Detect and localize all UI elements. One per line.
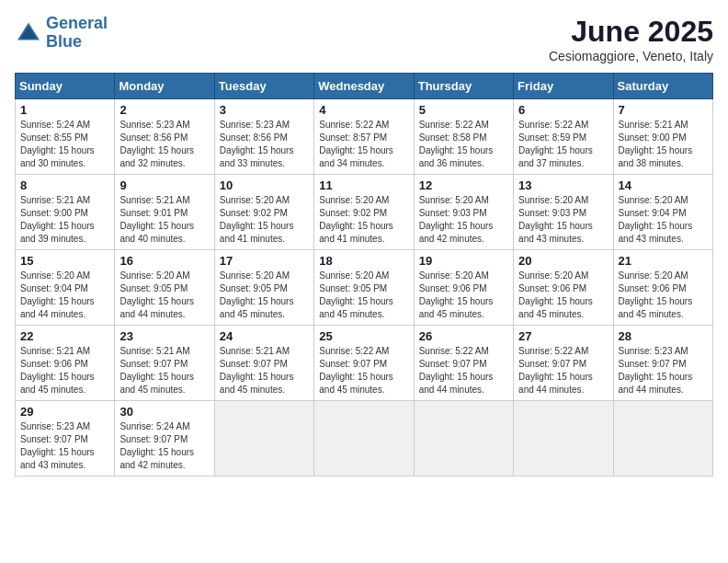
day-cell-25: 25Sunrise: 5:22 AM Sunset: 9:07 PM Dayli…	[314, 326, 414, 401]
day-cell-29: 29Sunrise: 5:23 AM Sunset: 9:07 PM Dayli…	[16, 401, 115, 477]
empty-cell	[314, 401, 414, 477]
day-cell-28: 28Sunrise: 5:23 AM Sunset: 9:07 PM Dayli…	[613, 326, 712, 401]
day-info: Sunrise: 5:20 AM Sunset: 9:06 PM Dayligh…	[518, 270, 608, 321]
day-info: Sunrise: 5:23 AM Sunset: 9:07 PM Dayligh…	[619, 345, 708, 396]
day-info: Sunrise: 5:21 AM Sunset: 9:06 PM Dayligh…	[20, 345, 109, 396]
day-number: 8	[20, 178, 109, 192]
day-cell-2: 2Sunrise: 5:23 AM Sunset: 8:56 PM Daylig…	[115, 99, 214, 175]
day-info: Sunrise: 5:22 AM Sunset: 8:59 PM Dayligh…	[518, 119, 608, 170]
weekday-header-wednesday: Wednesday	[314, 74, 414, 99]
day-info: Sunrise: 5:23 AM Sunset: 8:56 PM Dayligh…	[119, 119, 209, 170]
day-info: Sunrise: 5:20 AM Sunset: 9:02 PM Dayligh…	[220, 194, 309, 246]
logo: General Blue	[15, 15, 108, 52]
logo-icon	[15, 19, 42, 47]
day-info: Sunrise: 5:20 AM Sunset: 9:06 PM Dayligh…	[619, 270, 708, 321]
day-number: 15	[20, 254, 109, 268]
day-info: Sunrise: 5:24 AM Sunset: 8:55 PM Dayligh…	[20, 119, 109, 170]
day-info: Sunrise: 5:20 AM Sunset: 9:04 PM Dayligh…	[619, 194, 708, 246]
day-number: 26	[419, 329, 508, 343]
day-info: Sunrise: 5:23 AM Sunset: 9:07 PM Dayligh…	[20, 420, 109, 472]
day-number: 11	[319, 178, 408, 192]
day-cell-5: 5Sunrise: 5:22 AM Sunset: 8:58 PM Daylig…	[414, 99, 513, 175]
day-number: 19	[419, 254, 508, 268]
day-info: Sunrise: 5:22 AM Sunset: 8:57 PM Dayligh…	[319, 119, 408, 170]
day-number: 9	[119, 178, 209, 192]
day-cell-21: 21Sunrise: 5:20 AM Sunset: 9:06 PM Dayli…	[613, 250, 712, 326]
day-info: Sunrise: 5:21 AM Sunset: 9:01 PM Dayligh…	[119, 194, 209, 246]
day-info: Sunrise: 5:20 AM Sunset: 9:06 PM Dayligh…	[419, 270, 508, 321]
week-row-2: 8Sunrise: 5:21 AM Sunset: 9:00 PM Daylig…	[16, 175, 713, 250]
day-info: Sunrise: 5:23 AM Sunset: 8:56 PM Dayligh…	[220, 119, 309, 170]
day-cell-27: 27Sunrise: 5:22 AM Sunset: 9:07 PM Dayli…	[514, 326, 613, 401]
day-info: Sunrise: 5:20 AM Sunset: 9:05 PM Dayligh…	[319, 270, 408, 321]
day-cell-7: 7Sunrise: 5:21 AM Sunset: 9:00 PM Daylig…	[613, 99, 712, 175]
day-number: 4	[319, 103, 408, 117]
day-cell-17: 17Sunrise: 5:20 AM Sunset: 9:05 PM Dayli…	[214, 250, 313, 326]
week-row-3: 15Sunrise: 5:20 AM Sunset: 9:04 PM Dayli…	[16, 250, 713, 326]
day-number: 12	[419, 178, 508, 192]
day-info: Sunrise: 5:20 AM Sunset: 9:05 PM Dayligh…	[119, 270, 209, 321]
day-cell-12: 12Sunrise: 5:20 AM Sunset: 9:03 PM Dayli…	[414, 175, 513, 250]
day-number: 5	[419, 103, 508, 117]
day-number: 16	[119, 254, 209, 268]
weekday-header-sunday: Sunday	[16, 74, 115, 99]
day-cell-19: 19Sunrise: 5:20 AM Sunset: 9:06 PM Dayli…	[414, 250, 513, 326]
day-number: 27	[518, 329, 608, 343]
calendar-table: SundayMondayTuesdayWednesdayThursdayFrid…	[15, 73, 713, 477]
day-number: 3	[220, 103, 309, 117]
day-info: Sunrise: 5:21 AM Sunset: 9:07 PM Dayligh…	[119, 345, 209, 396]
empty-cell	[214, 401, 313, 477]
empty-cell	[514, 401, 613, 477]
day-cell-6: 6Sunrise: 5:22 AM Sunset: 8:59 PM Daylig…	[514, 99, 613, 175]
day-number: 22	[20, 329, 109, 343]
day-number: 20	[518, 254, 608, 268]
weekday-header-monday: Monday	[115, 74, 214, 99]
day-number: 17	[220, 254, 309, 268]
day-number: 29	[20, 405, 109, 419]
day-info: Sunrise: 5:20 AM Sunset: 9:05 PM Dayligh…	[220, 270, 309, 321]
weekday-header-tuesday: Tuesday	[214, 74, 313, 99]
title-area: June 2025 Cesiomaggiore, Veneto, Italy	[549, 15, 713, 63]
month-title: June 2025	[549, 15, 713, 49]
day-cell-15: 15Sunrise: 5:20 AM Sunset: 9:04 PM Dayli…	[16, 250, 115, 326]
day-info: Sunrise: 5:20 AM Sunset: 9:03 PM Dayligh…	[518, 194, 608, 246]
day-info: Sunrise: 5:21 AM Sunset: 9:07 PM Dayligh…	[220, 345, 309, 396]
day-cell-8: 8Sunrise: 5:21 AM Sunset: 9:00 PM Daylig…	[16, 175, 115, 250]
day-info: Sunrise: 5:21 AM Sunset: 9:00 PM Dayligh…	[619, 119, 708, 170]
day-cell-11: 11Sunrise: 5:20 AM Sunset: 9:02 PM Dayli…	[314, 175, 414, 250]
day-number: 1	[20, 103, 109, 117]
day-number: 25	[319, 329, 408, 343]
page-header: General Blue June 2025 Cesiomaggiore, Ve…	[15, 15, 713, 63]
day-cell-24: 24Sunrise: 5:21 AM Sunset: 9:07 PM Dayli…	[214, 326, 313, 401]
day-cell-10: 10Sunrise: 5:20 AM Sunset: 9:02 PM Dayli…	[214, 175, 313, 250]
weekday-header-thursday: Thursday	[414, 74, 513, 99]
week-row-4: 22Sunrise: 5:21 AM Sunset: 9:06 PM Dayli…	[16, 326, 713, 401]
day-info: Sunrise: 5:20 AM Sunset: 9:02 PM Dayligh…	[319, 194, 408, 246]
day-number: 28	[619, 329, 708, 343]
weekday-header-friday: Friday	[514, 74, 613, 99]
day-number: 30	[119, 405, 209, 419]
day-number: 13	[518, 178, 608, 192]
weekday-header-saturday: Saturday	[613, 74, 712, 99]
day-cell-13: 13Sunrise: 5:20 AM Sunset: 9:03 PM Dayli…	[514, 175, 613, 250]
day-cell-4: 4Sunrise: 5:22 AM Sunset: 8:57 PM Daylig…	[314, 99, 414, 175]
day-info: Sunrise: 5:20 AM Sunset: 9:04 PM Dayligh…	[20, 270, 109, 321]
day-cell-1: 1Sunrise: 5:24 AM Sunset: 8:55 PM Daylig…	[16, 99, 115, 175]
day-number: 21	[619, 254, 708, 268]
day-cell-23: 23Sunrise: 5:21 AM Sunset: 9:07 PM Dayli…	[115, 326, 214, 401]
day-info: Sunrise: 5:24 AM Sunset: 9:07 PM Dayligh…	[119, 420, 209, 472]
week-row-1: 1Sunrise: 5:24 AM Sunset: 8:55 PM Daylig…	[16, 99, 713, 175]
day-info: Sunrise: 5:20 AM Sunset: 9:03 PM Dayligh…	[419, 194, 508, 246]
day-number: 2	[119, 103, 209, 117]
day-number: 6	[518, 103, 608, 117]
day-number: 10	[220, 178, 309, 192]
day-cell-30: 30Sunrise: 5:24 AM Sunset: 9:07 PM Dayli…	[115, 401, 214, 477]
day-cell-18: 18Sunrise: 5:20 AM Sunset: 9:05 PM Dayli…	[314, 250, 414, 326]
day-info: Sunrise: 5:22 AM Sunset: 8:58 PM Dayligh…	[419, 119, 508, 170]
day-info: Sunrise: 5:21 AM Sunset: 9:00 PM Dayligh…	[20, 194, 109, 246]
logo-text: General Blue	[46, 15, 108, 52]
day-cell-22: 22Sunrise: 5:21 AM Sunset: 9:06 PM Dayli…	[16, 326, 115, 401]
day-number: 7	[619, 103, 708, 117]
day-number: 14	[619, 178, 708, 192]
empty-cell	[414, 401, 513, 477]
